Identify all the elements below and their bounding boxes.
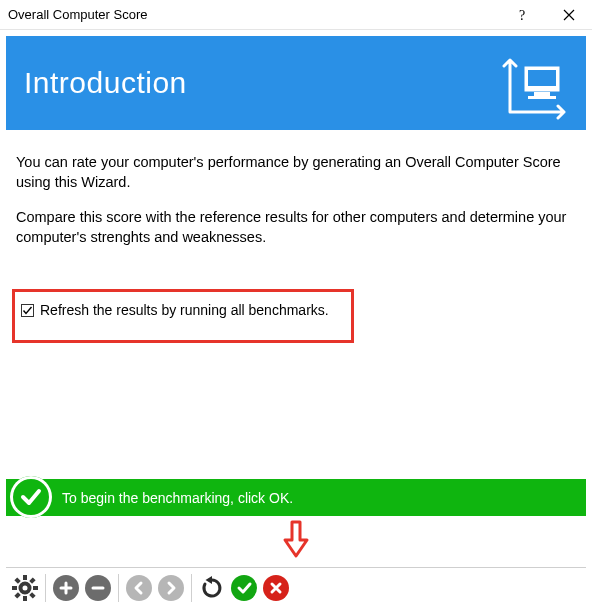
svg-rect-10 [29,577,35,583]
checkmark-icon [22,305,33,316]
paragraph-2: Compare this score with the reference re… [16,207,576,248]
svg-text:?: ? [519,8,525,22]
status-text: To begin the benchmarking, click OK. [62,490,293,506]
cancel-icon [263,575,289,601]
status-bar: To begin the benchmarking, click OK. [6,479,586,516]
refresh-benchmarks-checkbox[interactable] [21,304,34,317]
toolbar [6,567,586,607]
svg-rect-7 [23,596,27,601]
titlebar: Overall Computer Score ? [0,0,592,30]
arrow-down-icon [281,520,311,560]
wizard-header: Introduction [6,36,586,130]
refresh-icon [200,576,224,600]
refresh-benchmarks-label: Refresh the results by running all bench… [40,302,329,318]
plus-icon [53,575,79,601]
help-icon: ? [518,8,528,22]
zoom-in-button[interactable] [51,573,81,603]
arrow-right-icon [158,575,184,601]
cancel-button[interactable] [261,573,291,603]
close-button[interactable] [546,0,592,30]
minus-icon [85,575,111,601]
svg-rect-3 [534,92,550,96]
svg-rect-4 [528,96,556,99]
svg-rect-11 [14,592,20,598]
status-area: To begin the benchmarking, click OK. [6,479,586,560]
refresh-button[interactable] [197,573,227,603]
instruction-arrow [6,520,586,560]
back-button[interactable] [124,573,154,603]
body-text: You can rate your computer's performance… [6,130,586,271]
svg-rect-8 [12,586,17,590]
page-heading: Introduction [24,66,187,100]
close-icon [563,9,575,21]
svg-rect-9 [33,586,38,590]
refresh-benchmarks-option[interactable]: Refresh the results by running all bench… [12,289,354,343]
content: Introduction You can rate your computer'… [0,30,592,343]
status-check-icon [10,476,52,518]
svg-rect-12 [14,577,20,583]
forward-button[interactable] [156,573,186,603]
check-icon [231,575,257,601]
settings-button[interactable] [10,573,40,603]
toolbar-separator [118,574,119,602]
window-title: Overall Computer Score [8,7,500,22]
svg-point-5 [21,583,30,592]
svg-rect-6 [23,575,27,580]
computer-score-icon [498,46,574,122]
zoom-out-button[interactable] [83,573,113,603]
paragraph-1: You can rate your computer's performance… [16,152,576,193]
help-button[interactable]: ? [500,0,546,30]
ok-button[interactable] [229,573,259,603]
toolbar-separator [45,574,46,602]
svg-rect-2 [528,70,556,86]
svg-rect-13 [29,592,35,598]
gear-icon [12,575,38,601]
arrow-left-icon [126,575,152,601]
toolbar-separator [191,574,192,602]
